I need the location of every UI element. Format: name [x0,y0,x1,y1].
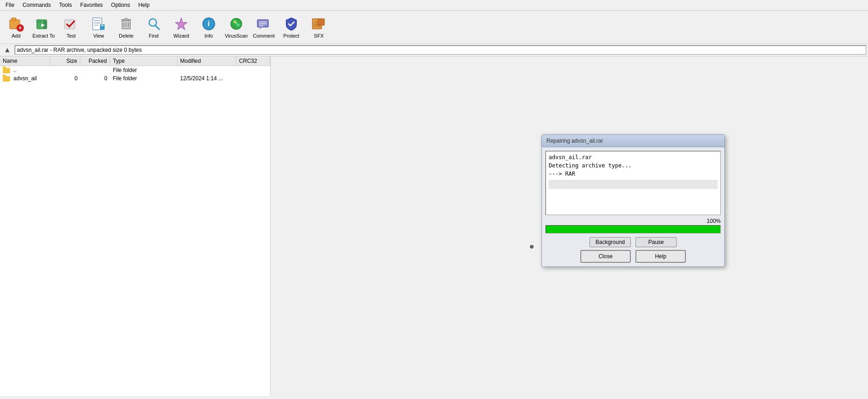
log-line-3: ---> RAR [549,170,718,178]
log-line-2: Detecting archive type... [549,161,718,170]
toolbar-comment-button[interactable]: Comment [250,12,277,42]
toolbar-test-button[interactable]: Test [58,12,84,42]
file-packed [80,70,110,71]
toolbar-find-label: Find [149,33,158,39]
extract-icon [35,16,52,32]
toolbar-info-label: Info [205,33,213,39]
file-type: File folder [110,66,178,74]
nav-up-button[interactable]: ▲ [2,45,13,55]
menubar: File Commands Tools Favorites Options He… [0,0,868,11]
svg-marker-29 [259,27,262,30]
toolbar-wizard-label: Wizard [173,33,189,39]
menu-favorites[interactable]: Favorites [77,1,106,9]
toolbar-virusscan-button[interactable]: 🦠 VirusScan [223,12,250,42]
svg-rect-5 [37,20,40,22]
toolbar: + Add Extract To Test [0,11,868,44]
menu-tools[interactable]: Tools [56,1,76,9]
comment-icon [256,16,272,32]
svg-text:+: + [18,25,22,31]
dialog-buttons-row2: Close Help [545,250,721,263]
folder-icon [3,68,10,73]
toolbar-delete-label: Delete [119,33,134,39]
dialog-log: advsn_ail.rar Detecting archive type... … [545,151,721,215]
toolbar-extract-label: Extract To [33,33,55,39]
help-button[interactable]: Help [635,250,686,263]
virusscan-icon: 🦠 [228,16,245,32]
repair-dialog: Repairing advsn_ail.rar advsn_ail.rar De… [541,134,725,267]
col-header-modified[interactable]: Modified [178,56,236,66]
menu-commands[interactable]: Commands [19,1,54,9]
col-header-size[interactable]: Size [50,56,80,66]
svg-marker-6 [44,21,47,29]
dialog-title: Repairing advsn_ail.rar [546,138,603,144]
log-line-1: advsn_ail.rar [549,153,718,161]
file-size [50,70,80,71]
svg-text:🦠: 🦠 [231,18,242,28]
col-header-crc32[interactable]: CRC32 [236,56,270,66]
info-icon: i [200,16,217,32]
file-crc32 [236,70,270,71]
toolbar-virusscan-label: VirusScan [225,33,248,39]
col-header-name[interactable]: Name [0,56,50,66]
add-icon: + [8,16,24,32]
close-button[interactable]: Close [580,250,631,263]
svg-marker-23 [175,18,187,30]
addressbar: ▲ [0,44,868,56]
toolbar-wizard-button[interactable]: Wizard [168,12,195,42]
progress-bar-bg [545,225,721,233]
background-button[interactable]: Background [590,237,631,247]
progress-text: 100% [545,218,721,224]
filelist-header: Name Size Packed Type Modified CRC32 [0,56,270,66]
dialog-titlebar: Repairing advsn_ail.rar [542,135,724,147]
table-row[interactable]: .. File folder [0,66,270,74]
file-type: File folder [110,75,178,82]
protect-icon [283,16,300,32]
col-header-type[interactable]: Type [110,56,178,66]
log-gray-bar [549,180,718,189]
file-size: 0 [50,75,80,82]
file-packed: 0 [80,75,110,82]
toolbar-test-label: Test [67,33,76,39]
file-modified [178,70,237,71]
wizard-icon [173,16,189,32]
progress-bar-fill [546,226,720,233]
delete-icon [118,16,134,32]
toolbar-protect-button[interactable]: Protect [278,12,305,42]
dialog-buttons-row1: Background Pause [545,237,721,247]
menu-help[interactable]: Help [134,1,153,9]
toolbar-delete-button[interactable]: Delete [113,12,139,42]
svg-rect-1 [11,18,16,21]
file-name: .. [0,66,50,74]
toolbar-sfx-button[interactable]: SFX [306,12,332,42]
toolbar-extract-button[interactable]: Extract To [30,12,57,42]
toolbar-info-button[interactable]: i Info [195,12,222,42]
toolbar-comment-label: Comment [253,33,275,39]
svg-rect-17 [124,18,128,20]
address-input[interactable] [15,45,866,55]
menu-options[interactable]: Options [107,1,134,9]
file-crc32 [236,78,270,79]
svg-rect-8 [65,20,75,29]
toolbar-add-button[interactable]: + Add [3,12,29,42]
dialog-body: advsn_ail.rar Detecting archive type... … [542,147,724,266]
toolbar-protect-label: Protect [284,33,300,39]
pause-button[interactable]: Pause [635,237,677,247]
toolbar-view-label: View [93,33,104,39]
main-content: Name Size Packed Type Modified CRC32 .. … [0,56,868,396]
file-modified: 12/5/2024 1:14 ... [178,75,237,82]
table-row[interactable]: advsn_ail 0 0 File folder 12/5/2024 1:14… [0,74,270,83]
test-icon [63,16,79,32]
svg-text:i: i [208,20,210,28]
toolbar-sfx-label: SFX [314,33,323,39]
col-header-packed[interactable]: Packed [80,56,110,66]
file-name: advsn_ail [0,75,50,82]
toolbar-view-button[interactable]: View [85,12,112,42]
view-icon [90,16,107,32]
svg-line-22 [155,25,159,29]
sfx-icon [311,16,327,32]
toolbar-find-button[interactable]: Find [140,12,167,42]
toolbar-add-label: Add [11,33,21,39]
folder-icon [3,76,10,82]
menu-file[interactable]: File [2,1,18,9]
find-icon [145,16,162,32]
